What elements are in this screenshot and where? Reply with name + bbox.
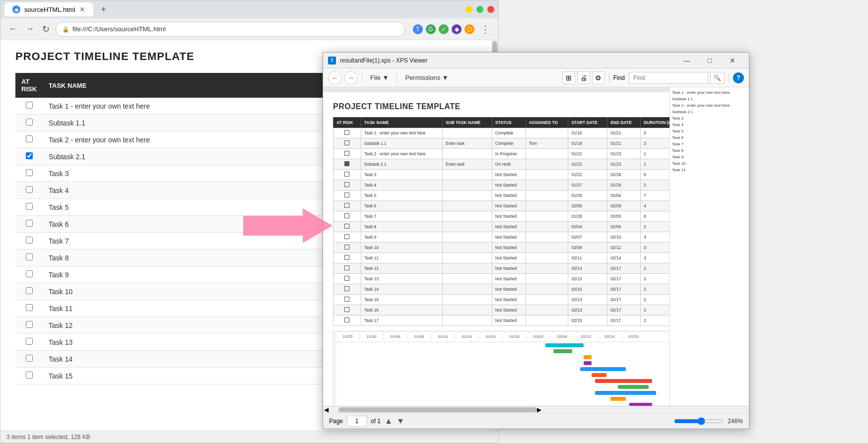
at-risk-checkbox[interactable] (26, 119, 33, 126)
at-risk-checkbox[interactable] (26, 355, 33, 362)
xps-assigned-cell (526, 128, 568, 138)
browser-tab[interactable]: ◉ sourceHTML.html ✕ (4, 2, 93, 16)
gantt-bar (595, 379, 652, 383)
zoom-slider[interactable] (674, 417, 724, 425)
xps-end-cell: 02/06 (607, 222, 641, 232)
xps-right-label-item: Subtask 1.1 (672, 96, 747, 102)
new-tab-button[interactable]: + (97, 4, 111, 15)
permissions-menu-button[interactable]: Permissions ▼ (401, 72, 452, 83)
xps-window-controls: — □ ✕ (675, 53, 744, 68)
gantt-date-label: 02/08 (550, 333, 574, 340)
tab-close-button[interactable]: ✕ (79, 5, 85, 13)
page-up-button[interactable]: ▲ (385, 417, 393, 426)
find-input[interactable] (629, 72, 708, 84)
at-risk-cell (15, 300, 43, 317)
xps-end-cell: 01/21 (607, 138, 641, 149)
at-risk-checkbox[interactable] (26, 186, 33, 193)
xps-assigned-cell (526, 211, 568, 222)
xps-right-labels-panel: Task 1 - enter your own text hereSubtask… (669, 87, 749, 406)
at-risk-checkbox[interactable] (26, 338, 33, 345)
ext-adblock-icon[interactable]: ✓ (439, 24, 449, 34)
ext-grammarly-icon[interactable]: G (426, 24, 436, 34)
refresh-button[interactable]: ↻ (40, 22, 52, 37)
file-menu-button[interactable]: File ▼ (366, 72, 393, 83)
xps-duration-cell: 3 (641, 138, 669, 149)
ext-translate-icon[interactable]: T (413, 24, 423, 34)
xps-subtask-cell (442, 149, 492, 159)
at-risk-checkbox[interactable] (26, 270, 33, 277)
xps-duration-cell: 2 (641, 274, 669, 284)
at-risk-cell (15, 266, 43, 283)
xps-col-assigned: ASSIGNED TO (526, 118, 568, 128)
xps-assigned-cell: Tom (526, 138, 568, 149)
at-risk-checkbox[interactable] (26, 372, 33, 379)
view-mode-icon[interactable]: ⊞ (562, 71, 575, 84)
xps-status-cell: Not Started (492, 316, 526, 326)
at-risk-checkbox[interactable] (26, 152, 33, 159)
gantt-date-label: 02/18 (598, 333, 621, 340)
page-number-input[interactable] (347, 416, 367, 427)
scroll-right-button[interactable]: ▶ (537, 406, 541, 413)
gantt-bar (592, 373, 607, 377)
xps-at-risk-checkbox (344, 130, 349, 135)
xps-table-row: Task 17 Not Started 02/15 02/17 2 (334, 316, 670, 326)
xps-start-cell: 01/22 (568, 159, 607, 170)
xps-col-duration: DURATION (d) (641, 118, 669, 128)
at-risk-checkbox[interactable] (26, 237, 33, 244)
maximize-button[interactable] (476, 6, 483, 13)
xps-scroll-area[interactable]: PROJECT TIMELINE TEMPLATE AT RISK TASK N… (323, 87, 669, 406)
forward-button[interactable]: → (23, 22, 36, 36)
help-button[interactable]: ? (733, 72, 744, 83)
xps-subtask-cell (442, 263, 492, 274)
scroll-left-button[interactable]: ◀ (324, 406, 329, 413)
xps-assigned-cell (526, 253, 568, 263)
print-icon[interactable]: 🖨 (577, 71, 590, 84)
xps-table-row: Subtask 1.1 Enter task Complete Tom 01/1… (334, 138, 670, 149)
xps-right-label-item: Task 2 - enter your own text here (672, 102, 747, 109)
ext-orange-icon[interactable]: ⬡ (465, 24, 474, 34)
xps-end-cell: 02/09 (607, 201, 641, 211)
address-bar[interactable]: 🔒 file:///C:/Users/sourceHTML.html (56, 22, 405, 37)
at-risk-checkbox[interactable] (26, 287, 33, 294)
minimize-button[interactable] (466, 6, 472, 13)
xps-assigned-cell (526, 295, 568, 305)
xps-status-cell: Not Started (492, 180, 526, 190)
find-search-button[interactable]: 🔍 (710, 72, 725, 84)
gantt-date-label: 01/29 (502, 333, 526, 340)
back-button[interactable]: ← (6, 22, 19, 36)
at-risk-checkbox[interactable] (26, 220, 33, 227)
xps-maximize-button[interactable]: □ (698, 53, 721, 68)
close-button[interactable] (487, 6, 494, 13)
xps-task-cell: Task 8 (361, 222, 442, 232)
browser-menu-button[interactable]: ⋮ (478, 21, 492, 37)
at-risk-checkbox[interactable] (26, 304, 33, 311)
xps-status-cell: Not Started (492, 243, 526, 253)
ext-purple-icon[interactable]: ◆ (452, 24, 462, 34)
xps-status-cell: Complete (492, 138, 526, 149)
xps-minimize-button[interactable]: — (675, 53, 698, 68)
xps-end-cell: 02/05 (607, 211, 641, 222)
at-risk-checkbox[interactable] (26, 253, 33, 260)
page-down-button[interactable]: ▼ (397, 417, 404, 426)
xps-at-risk-cell (334, 274, 361, 284)
gantt-bar (595, 391, 656, 395)
xps-back-button[interactable]: ← (328, 71, 342, 85)
at-risk-checkbox[interactable] (26, 102, 33, 109)
toolbar-separator-4 (729, 73, 729, 83)
task-name-cell: Task 5 (43, 199, 337, 216)
xps-at-risk-cell (334, 243, 361, 253)
at-risk-checkbox[interactable] (26, 135, 33, 142)
at-risk-cell (15, 148, 43, 165)
xps-scrollbar-horizontal[interactable]: ◀ ▶ (323, 406, 749, 413)
at-risk-checkbox[interactable] (26, 321, 33, 328)
at-risk-checkbox[interactable] (26, 169, 33, 176)
xps-forward-button[interactable]: → (344, 71, 358, 85)
at-risk-checkbox[interactable] (26, 203, 33, 210)
xps-close-button[interactable]: ✕ (721, 53, 744, 68)
scrollbar-h-thumb[interactable] (338, 407, 537, 412)
settings-icon[interactable]: ⚙ (592, 71, 605, 84)
xps-assigned-cell (526, 232, 568, 243)
xps-status-cell: Not Started (492, 222, 526, 232)
xps-duration-cell: 8 (641, 211, 669, 222)
xps-table-row: Task 6 Not Started 02/05 02/09 4 (334, 201, 670, 211)
